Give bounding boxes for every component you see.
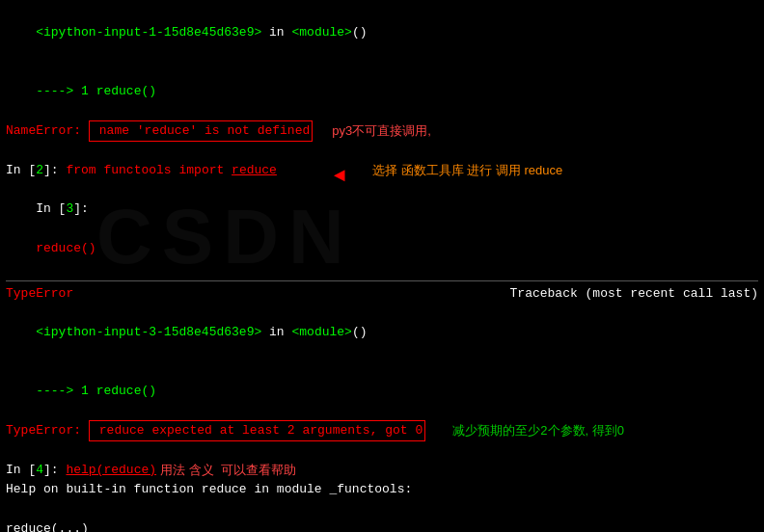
import-code: from functools import [66,161,232,180]
typeerror-prefix: TypeError: [6,421,81,440]
help-output-blank1 [6,500,758,519]
nameerror-line: NameError: name 'reduce' is not defined … [6,120,758,142]
traceback-arrow-line2: ----> 1 reduce() [6,362,758,420]
help-output-1: Help on built-in function reduce in modu… [6,480,758,499]
help-call: help(reduce) [66,461,156,480]
divider [6,280,758,281]
traceback-header-line2: <ipython-input-3-15d8e45d63e9> in <modul… [6,304,758,361]
red-arrow-icon: ◄ [334,161,345,191]
typeerror-line: TypeError: reduce expected at least 2 ar… [6,420,758,441]
traceback-arrow-line: ----> 1 reduce() [6,62,758,120]
typeerror-header: TypeError Traceback (most recent call la… [6,284,758,304]
annotation-typeerror: 减少预期的至少2个参数, 得到0 [452,421,624,440]
reduce-call-line: In [3]: reduce() [6,180,758,278]
nameerror-message: name 'reduce' is not defined [89,120,313,142]
blank2 [6,441,758,461]
help-line: In [4]: help(reduce) 用法 含义 可以查看帮助 [6,461,758,480]
traceback-header-line: <ipython-input-1-15d8e45d63e9> in <modul… [6,4,758,62]
nameerror-label: NameError: [6,121,81,141]
typeerror-message: reduce expected at least 2 arguments, go… [89,420,425,441]
module-ref: <module> [291,25,351,40]
annotation-help: 用法 含义 可以查看帮助 [160,461,296,480]
terminal: CSDN <ipython-input-1-15d8e45d63e9> in <… [0,0,764,532]
reduce-call: reduce() [36,241,96,255]
import-line: In [2]: from functools import reduce ◄ 选… [6,161,758,180]
help-output-2: reduce(...) [6,519,758,532]
reduce-keyword: reduce [232,161,277,180]
blank1 [6,142,758,161]
typeerror-label: TypeError [6,284,73,304]
traceback-label: Traceback (most recent call last) [510,284,758,304]
annotation-import: 选择 函数工具库 进行 调用 reduce [372,161,562,180]
file-ref: <ipython-input-1-15d8e45d63e9> [36,25,261,40]
annotation-py3: py3不可直接调用, [332,121,431,141]
